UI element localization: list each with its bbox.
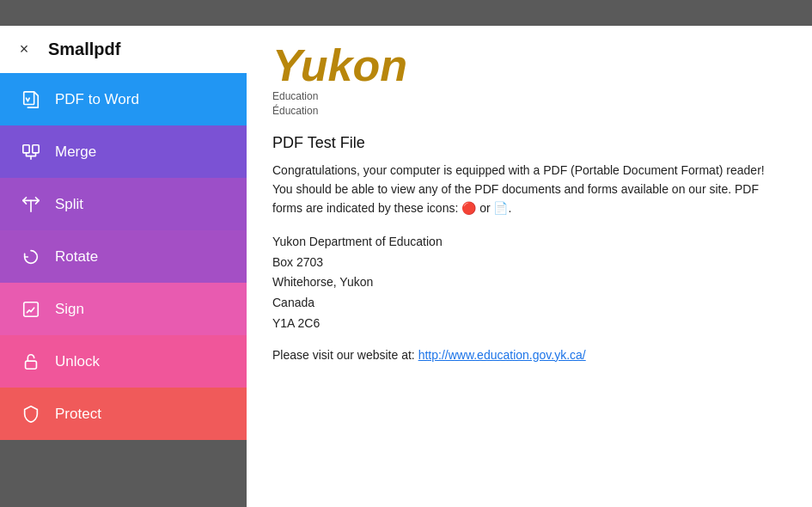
pdf-title: PDF Test File xyxy=(272,134,786,152)
address-line-3: Whitehorse, Yukon xyxy=(272,272,786,293)
svg-rect-7 xyxy=(26,361,37,369)
sidebar-label-rotate: Rotate xyxy=(55,248,98,266)
sign-icon xyxy=(21,299,41,320)
yukon-logo-text: Yukon xyxy=(272,43,786,88)
yukon-logo: Yukon Education Éducation xyxy=(272,43,786,119)
rotate-icon xyxy=(21,247,41,267)
sidebar-label-split: Split xyxy=(55,196,83,213)
unlock-icon xyxy=(21,351,41,372)
sidebar-header: × Smallpdf xyxy=(0,26,247,73)
close-button[interactable]: × xyxy=(14,40,34,60)
main-area: × Smallpdf PDF to Word Merge Split xyxy=(0,26,812,507)
sidebar-item-split[interactable]: Split xyxy=(0,178,247,230)
sidebar-item-protect[interactable]: Protect xyxy=(0,388,247,440)
sidebar-item-sign[interactable]: Sign xyxy=(0,283,247,335)
address-line-4: Canada xyxy=(272,293,786,314)
svg-rect-2 xyxy=(33,144,39,152)
pdf-icon-acrobat: 🔴 xyxy=(461,199,476,217)
top-bar xyxy=(0,0,812,26)
sidebar-bottom xyxy=(0,440,247,507)
sidebar-label-unlock: Unlock xyxy=(55,353,100,370)
merge-icon xyxy=(21,142,41,162)
split-icon xyxy=(21,194,41,215)
sidebar-item-rotate[interactable]: Rotate xyxy=(0,230,247,283)
address-line-1: Yukon Department of Education xyxy=(272,232,786,253)
sidebar-label-sign: Sign xyxy=(55,301,84,318)
address-line-2: Box 2703 xyxy=(272,253,786,273)
sidebar: × Smallpdf PDF to Word Merge Split xyxy=(0,26,247,507)
sidebar-items: PDF to Word Merge Split Rotate xyxy=(0,73,247,440)
content-area: Yukon Education Éducation PDF Test File … xyxy=(247,26,812,507)
pdf-icon-alt: 📄 xyxy=(493,199,508,217)
visit-line: Please visit our website at: http://www.… xyxy=(272,348,786,362)
protect-icon xyxy=(21,404,41,425)
sidebar-label-merge: Merge xyxy=(55,144,96,161)
app-title: Smallpdf xyxy=(48,40,120,59)
sidebar-item-pdf-to-word[interactable]: PDF to Word xyxy=(0,73,247,125)
pdf-body: Congratulations, your computer is equipp… xyxy=(272,161,786,218)
pdf-word-icon xyxy=(21,89,41,110)
sidebar-item-unlock[interactable]: Unlock xyxy=(0,335,247,388)
visit-text: Please visit our website at: xyxy=(272,348,418,362)
address-block: Yukon Department of Education Box 2703 W… xyxy=(272,232,786,334)
address-line-5: Y1A 2C6 xyxy=(272,314,786,334)
svg-rect-1 xyxy=(23,144,29,152)
visit-link[interactable]: http://www.education.gov.yk.ca/ xyxy=(418,348,586,362)
sidebar-label-pdf-to-word: PDF to Word xyxy=(55,91,139,108)
yukon-subtitle: Education Éducation xyxy=(272,89,786,119)
sidebar-label-protect: Protect xyxy=(55,406,101,423)
svg-rect-6 xyxy=(24,302,39,316)
sidebar-item-merge[interactable]: Merge xyxy=(0,125,247,178)
